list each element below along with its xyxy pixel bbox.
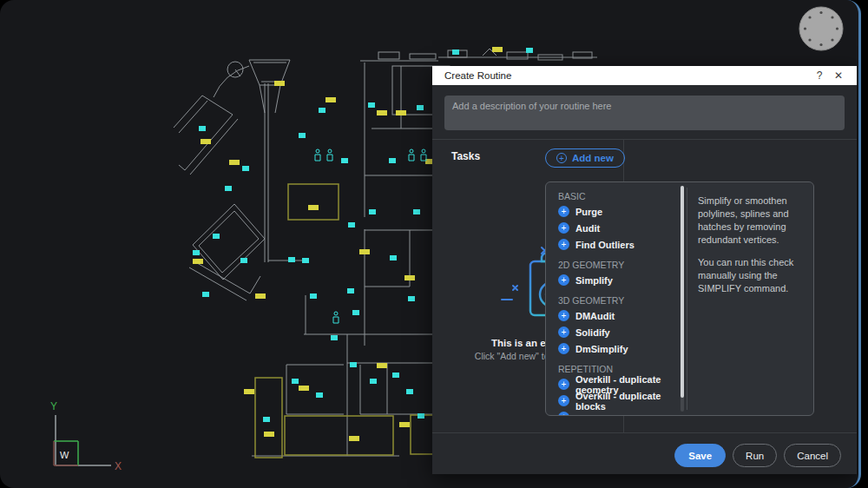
cad-cyan-label [389,158,396,163]
cad-cyan-label [390,255,397,260]
cancel-button[interactable]: Cancel [784,444,841,467]
menu-item[interactable]: +Find Outliers [558,236,678,253]
cad-cyan-label [213,234,220,239]
menu-section-header: 2D GEOMETRY [558,258,678,272]
cad-cyan-label [240,258,247,263]
cad-yellow-label [201,139,211,144]
scrollbar-thumb[interactable] [681,186,684,398]
menu-item-label: Solidify [575,327,610,338]
cad-cyan-label [299,133,306,138]
cad-yellow-label [349,436,359,441]
tooltip-paragraph: Simplify or smoothen polylines, splines … [698,195,803,246]
cad-cyan-label [369,209,376,214]
tooltip-paragraph: You can run this check manually using th… [698,256,803,295]
cad-yellow-label [492,47,503,52]
cad-yellow-label [308,205,319,210]
cad-yellow-label [264,432,274,437]
dialog-titlebar: Create Routine ? ✕ [432,66,857,85]
save-button[interactable]: Save [674,444,726,467]
cad-yellow-label [326,97,336,102]
cad-yellow-label [377,363,387,368]
cad-cyan-label [288,257,295,262]
ucs-y-label: Y [50,400,57,412]
cad-cyan-label [199,126,206,131]
cad-yellow-label [299,386,309,391]
menu-item-label: Overkill - duplicate blocks [575,391,678,412]
help-icon[interactable]: ? [810,69,829,82]
cad-yellow-label [244,389,254,394]
cad-cyan-label [392,373,399,378]
plus-circle-icon: + [558,274,569,286]
cad-yellow-label [399,422,410,427]
cad-cyan-label [331,335,338,340]
cad-cyan-label [202,292,209,297]
app-window: Y X W Create Routine ? ✕ Add a descripti… [0,0,861,488]
cad-yellow-label [359,249,370,254]
cad-cyan-label [406,389,413,394]
cad-cyan-label [193,250,200,255]
cad-cyan-label [348,222,355,228]
cad-yellow-label [377,110,387,115]
restroom-figure-icon [333,312,339,323]
cad-yellow-label [193,259,203,264]
cad-cyan-label [341,158,348,163]
plus-circle-icon: + [556,153,567,163]
cad-yellow-label [274,81,285,86]
cad-cyan-label [263,417,270,422]
menu-item-label: DmSimplify [575,344,628,354]
plus-circle-icon: + [558,310,569,321]
cad-cyan-label [370,379,377,384]
menu-scrollbar[interactable] [678,182,687,415]
close-icon[interactable]: ✕ [829,69,848,82]
task-tooltip: Simplify or smoothen polylines, splines … [687,182,813,415]
add-new-button[interactable]: + Add new [545,148,625,168]
menu-item[interactable]: +Simplify [558,272,678,288]
cad-cyan-label [242,166,249,171]
cad-cyan-label [352,310,359,315]
menu-item[interactable]: +Purge [558,203,678,220]
cad-cyan-label [302,258,309,263]
avatar[interactable] [799,6,844,51]
menu-item-label: Audit [575,223,600,234]
menu-section-header: 3D GEOMETRY [558,293,678,307]
cad-cyan-label [408,296,415,301]
cad-yellow-label [255,293,266,299]
restroom-figure-icon [327,149,332,161]
menu-item[interactable]: +Solidify [558,324,678,340]
plus-circle-icon: + [558,412,569,415]
run-button[interactable]: Run [733,444,777,467]
menu-item[interactable]: +Overkill - duplicate blocks [558,392,678,409]
menu-item[interactable]: +DmSimplify [558,340,678,357]
cad-cyan-label [418,413,424,419]
menu-item[interactable]: +DMAudit [558,307,678,324]
ucs-x-label: X [115,460,122,472]
cad-cyan-label [292,379,299,384]
plus-circle-icon: + [558,379,569,390]
cad-yellow-label [404,275,415,280]
cad-yellow-label [229,160,240,165]
menu-item-label: Find Outliers [575,240,635,250]
plus-circle-icon: + [558,326,569,338]
cad-cyan-label [368,102,375,108]
cad-cyan-label [347,288,354,293]
cad-cyan-label [526,48,533,53]
ucs-w-label: W [60,450,69,460]
restroom-figure-icon [409,149,414,161]
cad-cyan-label [350,362,357,367]
description-input[interactable]: Add a description of your routine here [444,96,845,130]
dialog-footer: Save Run Cancel [432,433,857,478]
create-routine-dialog: Create Routine ? ✕ Add a description of … [432,66,857,474]
cad-cyan-label [225,186,232,191]
menu-section-header: BASIC [558,189,678,203]
dialog-title: Create Routine [444,70,511,81]
plus-circle-icon: + [558,343,569,354]
menu-item-label: Purge [575,207,602,217]
cad-cyan-label [417,105,424,110]
cad-cyan-label [310,293,317,299]
plus-circle-icon: + [558,222,569,234]
menu-item[interactable]: +Audit [558,220,678,236]
task-picker-popup: BASIC+Purge+Audit+Find Outliers2D GEOMET… [545,181,814,416]
cad-cyan-label [452,49,459,55]
plus-circle-icon: + [558,206,569,217]
cad-cyan-label [413,209,420,214]
